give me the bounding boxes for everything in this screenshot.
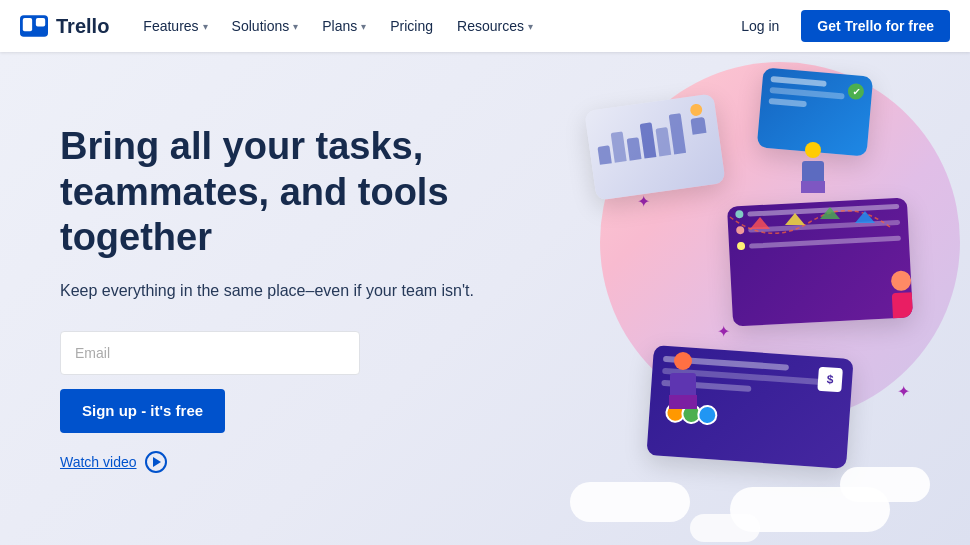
chevron-down-icon: ▾ <box>293 21 298 32</box>
sparkle-icon-3: ✦ <box>897 382 910 401</box>
nav-right: Log in Get Trello for free <box>727 10 950 42</box>
brand-name: Trello <box>56 15 109 38</box>
garland-decoration <box>720 207 900 261</box>
svg-marker-5 <box>820 207 840 219</box>
illustration-card-chart <box>584 93 725 200</box>
signup-button[interactable]: Sign up - it's free <box>60 389 225 433</box>
email-input[interactable] <box>60 331 360 375</box>
svg-marker-6 <box>855 211 875 223</box>
nav-resources[interactable]: Resources ▾ <box>447 12 543 40</box>
chart-bar <box>627 137 642 160</box>
nav-plans[interactable]: Plans ▾ <box>312 12 376 40</box>
chart-bar <box>640 122 657 158</box>
chart-bar <box>655 127 671 156</box>
svg-marker-4 <box>785 213 805 225</box>
hero-subtitle: Keep everything in the same place–even i… <box>60 279 560 303</box>
nav-features[interactable]: Features ▾ <box>133 12 217 40</box>
chevron-down-icon: ▾ <box>203 21 208 32</box>
chart-bar <box>597 145 611 164</box>
login-button[interactable]: Log in <box>727 12 793 40</box>
dollar-badge: $ <box>817 367 843 393</box>
illustration-person-3 <box>655 352 710 427</box>
hero-title: Bring all your tasks, teammates, and too… <box>60 124 560 261</box>
hero-content: Bring all your tasks, teammates, and too… <box>60 124 560 473</box>
trello-logo-icon <box>20 15 48 37</box>
watch-video-label: Watch video <box>60 454 137 470</box>
hero-illustration: ✦ ✦ ✦ <box>530 52 970 545</box>
chart-bar <box>611 131 627 162</box>
svg-rect-2 <box>36 18 45 26</box>
navbar: Trello Features ▾ Solutions ▾ Plans ▾ Pr… <box>0 0 970 52</box>
cloud-3 <box>840 467 930 502</box>
nav-solutions[interactable]: Solutions ▾ <box>222 12 309 40</box>
play-triangle <box>153 457 161 467</box>
chart-bar <box>669 113 686 154</box>
nav-pricing[interactable]: Pricing <box>380 12 443 40</box>
svg-rect-1 <box>23 18 32 31</box>
svg-marker-3 <box>750 217 770 229</box>
sparkle-icon-2: ✦ <box>717 322 730 341</box>
cloud-1 <box>570 482 690 522</box>
play-icon <box>145 451 167 473</box>
chevron-down-icon: ▾ <box>528 21 533 32</box>
chevron-down-icon: ▾ <box>361 21 366 32</box>
logo[interactable]: Trello <box>20 15 109 38</box>
hero-section: Bring all your tasks, teammates, and too… <box>0 52 970 545</box>
watch-video-link[interactable]: Watch video <box>60 451 560 473</box>
sparkle-icon-1: ✦ <box>637 192 650 211</box>
get-trello-button[interactable]: Get Trello for free <box>801 10 950 42</box>
cloud-4 <box>690 514 760 542</box>
illustration-person-1 <box>790 142 835 207</box>
nav-items: Features ▾ Solutions ▾ Plans ▾ Pricing R… <box>133 12 727 40</box>
